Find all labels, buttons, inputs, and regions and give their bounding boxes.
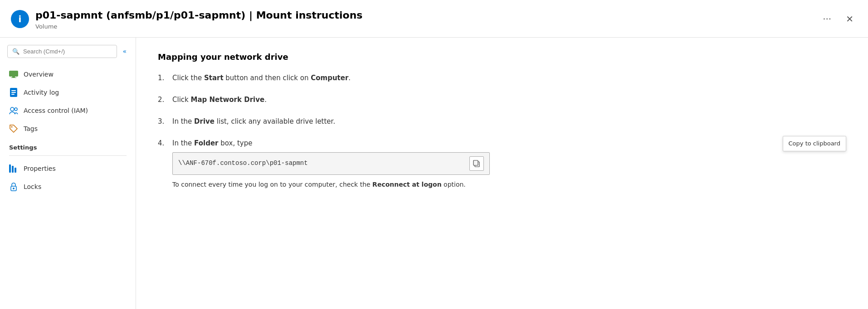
- content-area: Mapping your network drive Click the Sta…: [136, 38, 868, 309]
- search-icon: 🔍: [12, 48, 20, 55]
- step-4: In the Folder box, type Copy to clipboar…: [158, 138, 846, 189]
- step-4-text2: box, type: [219, 139, 253, 147]
- svg-rect-10: [9, 164, 11, 173]
- step-1-text1: Click the: [172, 74, 204, 82]
- copy-tooltip: Copy to clipboard: [783, 136, 846, 152]
- svg-rect-5: [11, 92, 16, 93]
- sidebar-item-overview[interactable]: Overview: [0, 65, 136, 83]
- svg-point-8: [15, 108, 17, 111]
- more-options-button[interactable]: ···: [819, 12, 835, 26]
- folder-input-wrapper: \\ANF-670f.contoso.corp\p01-sapmnt: [172, 152, 490, 175]
- svg-rect-4: [11, 90, 16, 91]
- sidebar: 🔍 « Overview: [0, 38, 136, 309]
- section-title: Mapping your network drive: [158, 52, 846, 62]
- sidebar-item-properties[interactable]: Properties: [0, 159, 136, 178]
- sidebar-item-properties-label: Properties: [24, 165, 56, 172]
- instructions-list: Click the Start button and then click on…: [158, 72, 846, 189]
- sidebar-item-activity-log[interactable]: Activity log: [0, 83, 136, 101]
- sidebar-item-locks[interactable]: Locks: [0, 178, 136, 196]
- step-2-content: Click Map Network Drive.: [172, 94, 846, 105]
- sidebar-item-tags-label: Tags: [24, 125, 38, 132]
- page-header: i p01-sapmnt (anfsmb/p1/p01-sapmnt) | Mo…: [0, 0, 868, 38]
- resource-type: Volume: [35, 23, 812, 30]
- step-4-text1: In the: [172, 139, 194, 147]
- step-1-content: Click the Start button and then click on…: [172, 72, 846, 83]
- svg-point-7: [10, 107, 14, 111]
- copy-icon: [473, 160, 480, 167]
- svg-rect-12: [15, 168, 16, 173]
- main-layout: 🔍 « Overview: [0, 38, 868, 309]
- sidebar-item-locks-label: Locks: [24, 183, 41, 190]
- svg-point-14: [13, 188, 15, 189]
- copy-to-clipboard-button[interactable]: [469, 156, 484, 171]
- sidebar-item-access-control[interactable]: Access control (IAM): [0, 101, 136, 120]
- search-input[interactable]: [23, 48, 112, 55]
- step-2-text1: Click: [172, 96, 191, 104]
- folder-path-value: \\ANF-670f.contoso.corp\p01-sapmnt: [178, 158, 466, 168]
- reconnect-text2: option.: [442, 181, 466, 188]
- header-actions: ··· ✕: [819, 12, 857, 26]
- step-3-text1: In the: [172, 117, 194, 126]
- svg-rect-1: [12, 77, 15, 77]
- page-title: p01-sapmnt (anfsmb/p1/p01-sapmnt) | Moun…: [35, 9, 812, 22]
- step-4-content: In the Folder box, type Copy to clipboar…: [172, 138, 846, 189]
- step-1-bold1: Start: [204, 74, 224, 82]
- step-1-bold2: Computer: [311, 74, 348, 82]
- header-text: p01-sapmnt (anfsmb/p1/p01-sapmnt) | Moun…: [35, 9, 812, 30]
- step-2-bold1: Map Network Drive: [191, 96, 265, 104]
- step-2: Click Map Network Drive.: [158, 94, 846, 105]
- step-3-text2: list, click any available drive letter.: [215, 117, 335, 126]
- locks-icon: [9, 182, 18, 191]
- overview-icon: [9, 70, 18, 79]
- reconnect-note: To connect every time you log on to your…: [172, 179, 490, 189]
- svg-rect-16: [473, 160, 478, 165]
- sidebar-item-overview-label: Overview: [24, 71, 54, 78]
- reconnect-bold: Reconnect at logon: [372, 181, 442, 188]
- settings-section-header: Settings: [0, 138, 136, 154]
- resource-icon: i: [11, 10, 29, 28]
- svg-point-9: [11, 126, 13, 127]
- reconnect-text1: To connect every time you log on to your…: [172, 181, 372, 188]
- svg-rect-2: [11, 77, 16, 78]
- sidebar-item-access-control-label: Access control (IAM): [24, 107, 88, 114]
- step-1-text3: .: [348, 74, 351, 82]
- search-box[interactable]: 🔍: [7, 45, 117, 58]
- step-1-text2: button and then click on: [224, 74, 311, 82]
- step-1: Click the Start button and then click on…: [158, 72, 846, 83]
- settings-divider: [9, 155, 127, 156]
- folder-box-container: Copy to clipboard \\ANF-670f.contoso.cor…: [172, 152, 846, 189]
- step-3: In the Drive list, click any available d…: [158, 116, 846, 127]
- step-3-bold1: Drive: [194, 117, 215, 126]
- tags-icon: [9, 124, 18, 133]
- svg-rect-11: [12, 166, 14, 173]
- access-control-icon: [9, 106, 18, 115]
- sidebar-item-activity-log-label: Activity log: [24, 89, 59, 96]
- collapse-sidebar-button[interactable]: «: [121, 46, 128, 57]
- close-button[interactable]: ✕: [842, 12, 857, 26]
- step-3-content: In the Drive list, click any available d…: [172, 116, 846, 127]
- svg-rect-6: [11, 94, 15, 95]
- activity-log-icon: [9, 88, 18, 97]
- properties-icon: [9, 164, 18, 173]
- search-container: 🔍 «: [0, 45, 136, 65]
- sidebar-item-tags[interactable]: Tags: [0, 120, 136, 138]
- svg-rect-0: [9, 71, 18, 77]
- step-2-text2: .: [264, 96, 267, 104]
- step-4-bold1: Folder: [194, 139, 218, 147]
